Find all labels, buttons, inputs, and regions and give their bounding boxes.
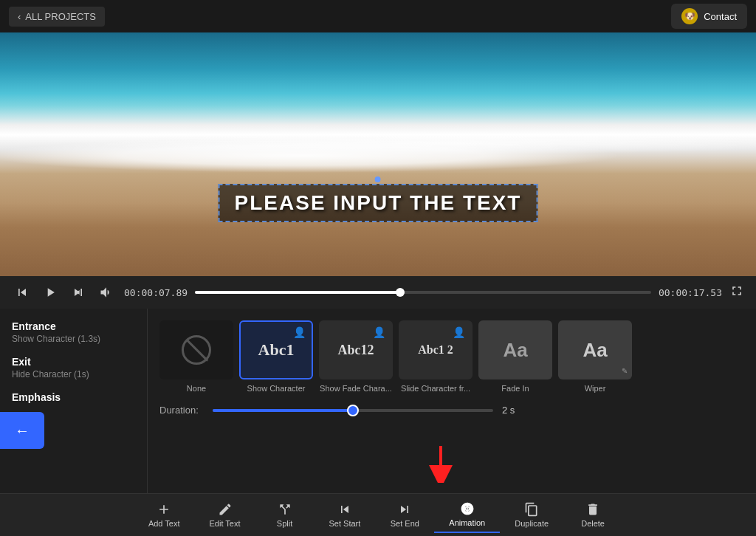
overlay-handle[interactable] bbox=[375, 176, 381, 182]
text-overlay-container[interactable]: PLEASE INPUT THE TEXT bbox=[219, 184, 538, 222]
contact-label: Contact bbox=[704, 11, 737, 22]
entrance-title: Entrance bbox=[12, 320, 135, 332]
sidebar-arrow-icon: ← bbox=[15, 422, 30, 439]
anim-label-wiper: Wiper bbox=[585, 384, 606, 393]
duration-thumb[interactable] bbox=[347, 405, 359, 416]
anim-thumb-show-char: 👤 Abc1 bbox=[239, 320, 313, 379]
animation-label: Animation bbox=[449, 518, 485, 527]
set-end-button[interactable]: Set End bbox=[375, 498, 434, 532]
set-end-label: Set End bbox=[391, 519, 419, 528]
anim-label-show-fade: Show Fade Chara... bbox=[320, 384, 392, 393]
user-icon: 👤 bbox=[293, 326, 306, 338]
volume-button[interactable] bbox=[96, 282, 117, 303]
bottom-panel: Entrance Show Character (1.3s) Exit Hide… bbox=[0, 309, 756, 493]
anim-thumb-wiper: Aa ✎ bbox=[558, 320, 632, 379]
animation-button[interactable]: Animation bbox=[434, 497, 500, 533]
contact-button[interactable]: 🐶 Contact bbox=[671, 4, 747, 29]
sidebar-back-button[interactable]: ← bbox=[0, 412, 44, 449]
aa-text-2: Aa bbox=[583, 339, 607, 362]
anim-card-show-char[interactable]: 👤 Abc1 Show Character bbox=[239, 320, 313, 393]
exit-title: Exit bbox=[12, 356, 135, 368]
set-end-icon bbox=[397, 502, 412, 517]
fullscreen-button[interactable] bbox=[729, 284, 744, 301]
back-button[interactable]: ‹ ALL PROJECTS bbox=[9, 7, 105, 27]
progress-fill bbox=[195, 291, 400, 294]
duplicate-button[interactable]: Duplicate bbox=[500, 498, 563, 532]
split-label: Split bbox=[277, 519, 292, 528]
entrance-sub: Show Character (1.3s) bbox=[12, 334, 135, 344]
abc-text-2: Abc12 bbox=[338, 343, 374, 358]
video-preview: PLEASE INPUT THE TEXT bbox=[0, 32, 756, 276]
animation-icon bbox=[460, 501, 475, 516]
anim-thumb-show-fade: 👤 Abc12 bbox=[319, 320, 393, 379]
end-time: 00:00:17.53 bbox=[659, 287, 722, 298]
emphasis-title: Emphasis bbox=[12, 391, 135, 403]
delete-label: Delete bbox=[581, 519, 605, 528]
split-icon bbox=[278, 502, 292, 517]
none-icon bbox=[182, 335, 211, 365]
video-background: PLEASE INPUT THE TEXT bbox=[0, 32, 756, 276]
animation-grid: None 👤 Abc1 Show Character 👤 Abc12 Show … bbox=[159, 320, 744, 393]
overlay-text: PLEASE INPUT THE TEXT bbox=[235, 191, 522, 215]
abc-text-1: Abc1 bbox=[258, 340, 295, 360]
progress-track[interactable] bbox=[195, 291, 651, 294]
entrance-section: Entrance Show Character (1.3s) bbox=[12, 320, 135, 344]
anim-card-slide-char[interactable]: 👤 Abc1 2 Slide Character fr... bbox=[399, 320, 472, 393]
edit-text-label: Edit Text bbox=[210, 519, 241, 528]
contact-avatar: 🐶 bbox=[681, 8, 698, 24]
duration-fill bbox=[213, 409, 353, 412]
animation-main: None 👤 Abc1 Show Character 👤 Abc12 Show … bbox=[148, 309, 756, 493]
plus-icon bbox=[157, 502, 171, 517]
header: ‹ ALL PROJECTS 🐶 Contact bbox=[0, 0, 756, 32]
set-start-label: Set Start bbox=[329, 519, 361, 528]
split-button[interactable]: Split bbox=[255, 498, 315, 532]
duration-track[interactable] bbox=[213, 409, 493, 412]
anim-label-fade-in: Fade In bbox=[501, 384, 529, 393]
chevron-left-icon: ‹ bbox=[18, 11, 21, 22]
user-icon-2: 👤 bbox=[373, 326, 385, 338]
duration-value: 2 s bbox=[502, 405, 524, 416]
add-text-label: Add Text bbox=[148, 519, 180, 528]
back-label: ALL PROJECTS bbox=[25, 11, 96, 22]
set-start-button[interactable]: Set Start bbox=[315, 498, 376, 532]
anim-thumb-none bbox=[159, 320, 233, 379]
skip-forward-button[interactable] bbox=[68, 282, 89, 303]
anim-card-show-fade[interactable]: 👤 Abc12 Show Fade Chara... bbox=[319, 320, 393, 393]
set-start-icon bbox=[337, 502, 352, 517]
anim-thumb-slide-char: 👤 Abc1 2 bbox=[399, 320, 472, 379]
delete-button[interactable]: Delete bbox=[563, 498, 622, 532]
pencil-icon: ✎ bbox=[622, 367, 628, 375]
user-icon-3: 👤 bbox=[453, 326, 465, 338]
duplicate-label: Duplicate bbox=[515, 519, 549, 528]
edit-icon bbox=[218, 502, 233, 517]
delete-icon bbox=[585, 502, 600, 517]
current-time: 00:00:07.89 bbox=[124, 287, 188, 298]
edit-text-button[interactable]: Edit Text bbox=[195, 498, 255, 532]
duration-row: Duration: 2 s bbox=[159, 405, 744, 416]
anim-card-fade-in[interactable]: Aa Fade In bbox=[478, 320, 552, 393]
anim-label-slide-char: Slide Character fr... bbox=[401, 384, 470, 393]
aa-text-1: Aa bbox=[503, 339, 527, 362]
anim-card-none[interactable]: None bbox=[159, 320, 233, 393]
anim-thumb-fade-in: Aa bbox=[478, 320, 552, 379]
duplicate-icon bbox=[524, 502, 539, 517]
bottom-toolbar: Add Text Edit Text Split Set Start Set E… bbox=[0, 493, 756, 536]
exit-sub: Hide Character (1s) bbox=[12, 369, 135, 379]
anim-label-show-char: Show Character bbox=[247, 384, 306, 393]
transport-bar: 00:00:07.89 00:00:17.53 bbox=[0, 276, 756, 309]
animation-sidebar: Entrance Show Character (1.3s) Exit Hide… bbox=[0, 309, 148, 493]
anim-label-none: None bbox=[187, 384, 206, 393]
duration-label: Duration: bbox=[159, 405, 204, 416]
skip-back-button[interactable] bbox=[12, 282, 32, 303]
add-text-button[interactable]: Add Text bbox=[134, 498, 195, 532]
progress-thumb[interactable] bbox=[396, 288, 405, 297]
anim-card-wiper[interactable]: Aa ✎ Wiper bbox=[558, 320, 632, 393]
exit-section: Exit Hide Character (1s) bbox=[12, 356, 135, 379]
abc-text-3: Abc1 2 bbox=[418, 343, 453, 357]
play-button[interactable] bbox=[40, 282, 61, 303]
